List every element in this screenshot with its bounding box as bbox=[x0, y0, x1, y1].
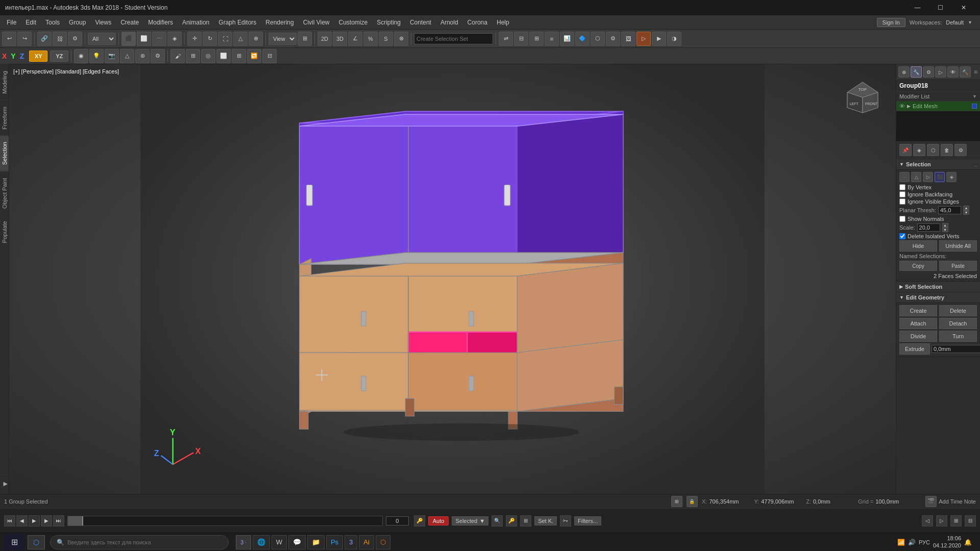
remove-modifier-button[interactable]: 🗑 bbox=[941, 144, 953, 156]
go-end-button[interactable]: ⏭ bbox=[53, 515, 64, 527]
sign-in-button[interactable]: Sign In bbox=[877, 18, 905, 27]
menu-customize[interactable]: Customize bbox=[335, 17, 372, 28]
menu-animation[interactable]: Animation bbox=[178, 17, 213, 28]
tab-freeform[interactable]: Freeform bbox=[0, 100, 9, 136]
activeshade-button[interactable]: ◑ bbox=[667, 32, 681, 46]
paste-selection-button[interactable]: Paste bbox=[939, 261, 977, 271]
selected-dropdown[interactable]: Selected ▼ bbox=[452, 516, 488, 525]
unhide-all-button[interactable]: Unhide All bbox=[939, 240, 977, 252]
taskbar-task-illustrator[interactable]: Ai bbox=[359, 535, 374, 549]
tray-network-icon[interactable]: 📶 bbox=[897, 539, 905, 546]
maximize-button[interactable]: ☐ bbox=[929, 0, 952, 15]
lock-icon[interactable]: 🔒 bbox=[687, 496, 698, 507]
rp-display-icon[interactable]: 👁 bbox=[947, 66, 959, 78]
undo-button[interactable]: ↩ bbox=[2, 32, 16, 46]
planar-thresh-down[interactable]: ▼ bbox=[963, 210, 969, 215]
soft-selection-section-header[interactable]: ▶ Soft Selection bbox=[896, 282, 980, 292]
viewport[interactable]: [+] [Perspective] [Standard] [Edged Face… bbox=[9, 64, 896, 494]
camera-button[interactable]: 📷 bbox=[105, 49, 119, 63]
select-name-button[interactable]: ⋯ bbox=[152, 32, 166, 46]
menu-content[interactable]: Content bbox=[406, 17, 435, 28]
helpers-button[interactable]: △ bbox=[120, 49, 134, 63]
timeline-mode-button[interactable]: ⊞ bbox=[520, 515, 531, 527]
filter-select[interactable]: All bbox=[88, 33, 116, 45]
rp-create-icon[interactable]: ⊕ bbox=[898, 66, 910, 78]
edit-mesh-modifier[interactable]: 👁 ▶ Edit Mesh bbox=[896, 102, 980, 111]
windows-start-button[interactable]: ⊞ bbox=[4, 534, 24, 550]
paint-sel-button[interactable]: 🖌 bbox=[170, 49, 185, 63]
scale-type-button[interactable]: △ bbox=[233, 32, 248, 46]
taskbar-task-3dsmax[interactable]: 3 · bbox=[236, 535, 251, 549]
toggle-ui-button[interactable]: ⊞ bbox=[186, 49, 200, 63]
show-final-button[interactable]: ◈ bbox=[913, 144, 925, 156]
border-mode-icon[interactable]: ▷ bbox=[923, 172, 933, 182]
menu-rendering[interactable]: Rendering bbox=[261, 17, 298, 28]
link-button[interactable]: 🔗 bbox=[37, 32, 52, 46]
taskbar-search-input[interactable] bbox=[67, 539, 222, 545]
pin-stack-button[interactable]: 📌 bbox=[899, 144, 912, 156]
planar-thresh-up[interactable]: ▲ bbox=[963, 206, 969, 210]
taskbar-task-word[interactable]: W bbox=[272, 535, 287, 549]
edge-mode-icon[interactable]: △ bbox=[911, 172, 921, 182]
taskbar-task-photoshop[interactable]: Ps bbox=[326, 535, 343, 549]
align-view-button[interactable]: ⊞ bbox=[529, 32, 544, 46]
filters-button[interactable]: Filters... bbox=[574, 516, 601, 525]
select-filter-button[interactable]: ◈ bbox=[167, 32, 182, 46]
schematic-button[interactable]: 🔷 bbox=[575, 32, 590, 46]
scale-down[interactable]: ▼ bbox=[942, 228, 948, 232]
set-key-icon[interactable]: 🗝 bbox=[560, 515, 571, 527]
spinner-snap-button[interactable]: S bbox=[379, 32, 393, 46]
planar-thresh-input[interactable] bbox=[938, 206, 961, 214]
ignore-visible-edges-checkbox[interactable] bbox=[899, 198, 905, 205]
vertex-mode-icon[interactable]: · bbox=[899, 172, 910, 182]
polygon-mode-icon[interactable]: ⬛ bbox=[935, 172, 945, 182]
mirror-button[interactable]: ⇌ bbox=[499, 32, 513, 46]
minimize-button[interactable]: — bbox=[906, 0, 929, 15]
prev-frame-button[interactable]: ◀ bbox=[16, 515, 28, 527]
menu-file[interactable]: File bbox=[3, 17, 20, 28]
rotate-button[interactable]: ↻ bbox=[203, 32, 217, 46]
snap-2d-button[interactable]: 2D bbox=[317, 32, 332, 46]
menu-group[interactable]: Group bbox=[65, 17, 90, 28]
element-mode-icon[interactable]: ◈ bbox=[946, 172, 957, 182]
extrude-button[interactable]: Extrude bbox=[899, 343, 930, 355]
menu-graph-editors[interactable]: Graph Editors bbox=[214, 17, 260, 28]
isolate-button[interactable]: ◎ bbox=[201, 49, 215, 63]
spacewarp-button[interactable]: ⊛ bbox=[135, 49, 150, 63]
copy-selection-button[interactable]: Copy bbox=[899, 261, 937, 271]
rp-hierarchy-icon[interactable]: ⚙ bbox=[923, 66, 934, 78]
reference-btn[interactable]: ⊞ bbox=[298, 32, 312, 46]
tab-object-paint[interactable]: Object Paint bbox=[0, 171, 9, 215]
auto-key-button[interactable]: Auto bbox=[428, 516, 449, 525]
taskbar-task-blender[interactable]: ⬡ bbox=[376, 535, 390, 549]
timeline-search-button[interactable]: 🔍 bbox=[492, 515, 503, 527]
angle-snap-button[interactable]: ∠ bbox=[348, 32, 362, 46]
bind-button[interactable]: ⚙ bbox=[68, 32, 82, 46]
menu-modifiers[interactable]: Modifiers bbox=[144, 17, 177, 28]
menu-help[interactable]: Help bbox=[493, 17, 513, 28]
align-button[interactable]: ⊟ bbox=[514, 32, 528, 46]
selection-collapse-icon[interactable]: _ bbox=[974, 162, 977, 167]
toggle-xform-button[interactable]: ⬜ bbox=[216, 49, 231, 63]
scale-input[interactable] bbox=[917, 223, 940, 232]
taskbar-task-messenger[interactable]: 💬 bbox=[288, 535, 306, 549]
selection-section-header[interactable]: ▼ Selection _ bbox=[896, 159, 980, 170]
light-button[interactable]: 💡 bbox=[89, 49, 104, 63]
menu-edit[interactable]: Edit bbox=[21, 17, 40, 28]
xy-plane-btn[interactable]: XY bbox=[29, 51, 47, 62]
notification-icon[interactable]: 🔔 bbox=[964, 539, 972, 546]
by-vertex-checkbox[interactable] bbox=[899, 184, 905, 190]
tab-populate[interactable]: Populate bbox=[0, 214, 9, 249]
taskbar-tab-1[interactable]: ⬡ bbox=[28, 535, 45, 549]
place-button[interactable]: ⊕ bbox=[249, 32, 263, 46]
yz-plane-btn[interactable]: YZ bbox=[50, 51, 68, 62]
modifier-eye-icon[interactable]: 👁 bbox=[899, 103, 905, 109]
taskbar-task-3ds[interactable]: 3 bbox=[345, 535, 357, 549]
rp-modify-icon[interactable]: 🔧 bbox=[911, 66, 922, 78]
key-filter-button[interactable]: 🔑 bbox=[414, 515, 425, 527]
rp-collapse-icon[interactable]: ⊞ bbox=[974, 69, 978, 74]
toggle-grid-button[interactable]: ⊞ bbox=[232, 49, 246, 63]
axis-button[interactable]: ⊗ bbox=[394, 32, 408, 46]
timeline-key-button[interactable]: 🔑 bbox=[506, 515, 517, 527]
snap-3d-button[interactable]: 3D bbox=[333, 32, 347, 46]
